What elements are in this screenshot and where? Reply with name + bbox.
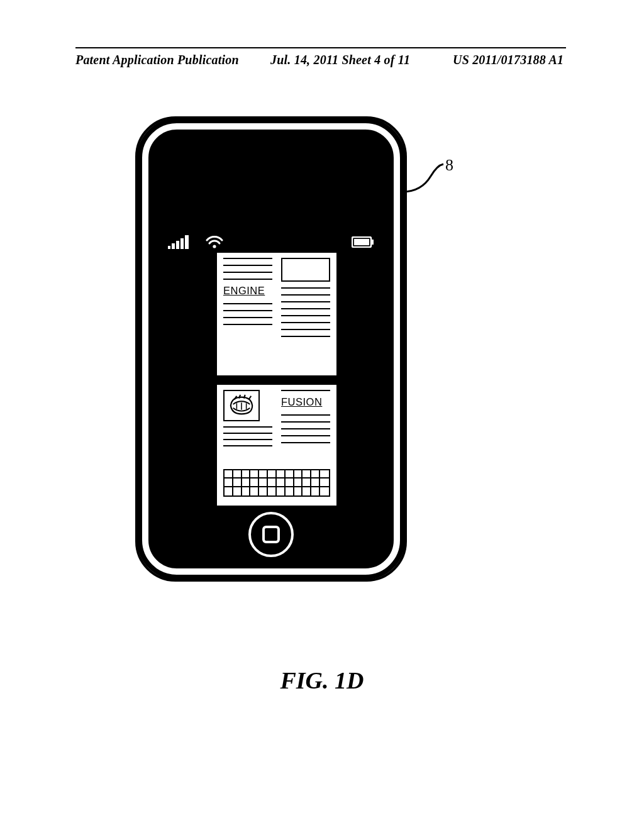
card2-table-grid [223,469,330,497]
wifi-icon [206,235,223,249]
svg-rect-8 [176,241,179,249]
svg-rect-6 [168,246,170,249]
svg-rect-9 [180,238,184,249]
lead-ref-8: 8 [445,156,453,175]
svg-rect-7 [172,243,175,249]
status-bar [154,233,388,252]
result-card-2: FUSION [217,385,336,506]
header-rule [75,47,566,48]
svg-rect-14 [354,239,369,245]
svg-rect-10 [185,235,189,249]
card1-keyword: ENGINE [223,285,272,297]
header-right: US 2011/0173188 A1 [453,53,564,67]
engine-image-icon [223,390,260,421]
header-center: Jul. 14, 2011 Sheet 4 of 11 [270,53,410,67]
header-left: Patent Application Publication [75,53,239,67]
result-card-1: ENGINE [217,253,336,375]
card1-image-placeholder [281,258,330,282]
card2-keyword: FUSION [281,397,330,409]
battery-icon [352,236,374,248]
signal-icon [168,235,189,249]
svg-rect-13 [372,240,374,245]
svg-point-11 [213,245,216,248]
phone-screen: ENGINE [154,157,388,509]
figure-label: FIG. 1D [0,667,644,694]
